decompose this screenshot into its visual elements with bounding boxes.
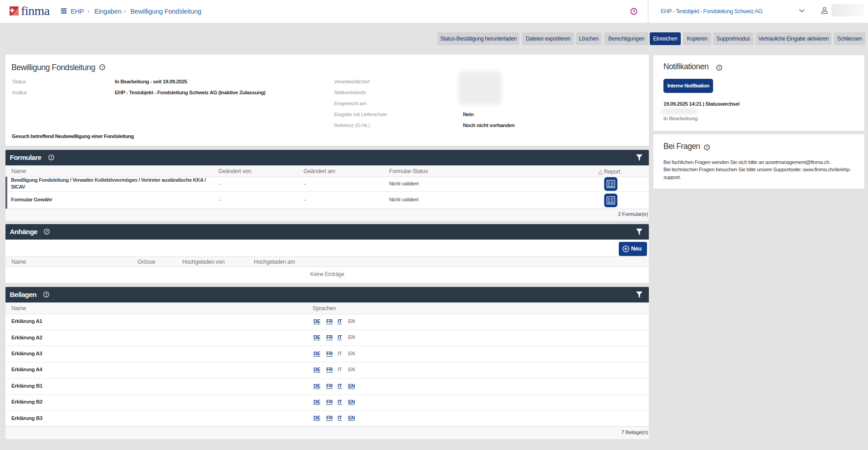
svg-text:?: ?: [706, 145, 708, 149]
svg-text:?: ?: [632, 9, 635, 14]
svg-text:?: ?: [101, 65, 103, 69]
svg-text:?: ?: [46, 230, 48, 234]
svg-text:?: ?: [718, 66, 720, 70]
svg-text:?: ?: [45, 292, 47, 297]
svg-text:?: ?: [50, 155, 52, 159]
